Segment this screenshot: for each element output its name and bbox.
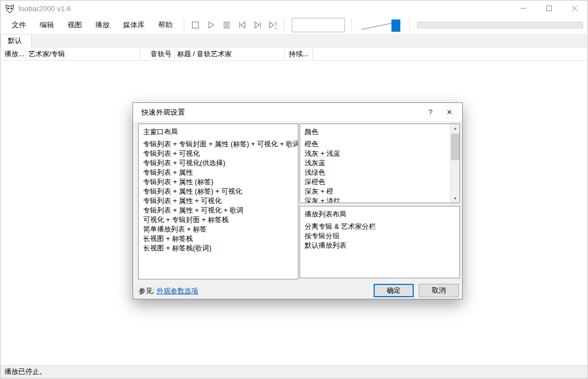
playlist-layout-item[interactable]: 分离专辑 & 艺术家分栏 xyxy=(305,222,459,232)
transport-controls: ? xyxy=(189,19,280,31)
colors-items: 橙色浅灰 + 浅蓝浅灰蓝浅绿色深橙色深灰 + 橙深灰 + 淡红 xyxy=(305,140,450,203)
scroll-up-icon[interactable]: ▲ xyxy=(450,124,460,132)
toolbar-gripper[interactable] xyxy=(184,19,187,31)
menu-item[interactable]: 播放 xyxy=(89,17,116,33)
help-icon[interactable]: ? xyxy=(421,103,440,121)
foobar2000-window: foobar2000 v1.6 文件编辑视图播放媒体库帮助 xyxy=(0,0,588,379)
main-layout-item[interactable]: 专辑列表 + 可视化(供选择) xyxy=(143,159,298,168)
see-also-row: 参见: 外观参数选项 xyxy=(139,287,198,296)
main-layout-item[interactable]: 长视图 + 标签栈 xyxy=(143,234,298,244)
menu-item[interactable]: 编辑 xyxy=(33,17,61,33)
column-divider[interactable] xyxy=(140,48,140,60)
column-duration[interactable]: 持续... xyxy=(282,47,308,61)
playlist-column-header: 播放... 艺术家/专辑 音轨号 标题 / 音轨艺术家 持续... xyxy=(1,47,587,61)
main-layout-header: 主窗口布局 xyxy=(143,127,298,137)
playlist-layout-listbox: 播放列表布局 分离专辑 & 艺术家分栏按专辑分组默认播放列表 xyxy=(300,206,460,278)
menu-item[interactable]: 媒体库 xyxy=(116,17,151,33)
previous-icon[interactable] xyxy=(236,19,248,31)
playlist-layout-item[interactable]: 按专辑分组 xyxy=(305,232,459,241)
menu-toolbar-row: 文件编辑视图播放媒体库帮助 ? xyxy=(1,16,587,34)
color-scheme-item[interactable]: 深灰 + 淡红 xyxy=(305,196,450,203)
main-layout-item[interactable]: 专辑列表 + 属性 + 可视化 xyxy=(143,196,298,206)
dialog-title-bar: 快速外观设置 ? ✕ xyxy=(133,103,462,121)
color-scheme-item[interactable]: 浅灰 + 浅蓝 xyxy=(305,149,450,159)
stop-icon[interactable] xyxy=(189,19,202,31)
see-also-label: 参见: xyxy=(139,287,154,295)
column-divider[interactable] xyxy=(312,48,313,60)
menu-item[interactable]: 文件 xyxy=(5,17,33,33)
cancel-button[interactable]: 取消 xyxy=(419,284,459,297)
playlist-layout-item[interactable]: 默认播放列表 xyxy=(305,241,459,250)
pause-icon[interactable] xyxy=(220,19,233,31)
toolbar-gripper[interactable] xyxy=(351,19,354,31)
foobar2000-logo-icon xyxy=(5,4,14,13)
menu-item[interactable]: 视图 xyxy=(61,17,89,33)
color-scheme-item[interactable]: 深橙色 xyxy=(305,178,450,187)
playlist-layout-items: 分离专辑 & 艺术家分栏按专辑分组默认播放列表 xyxy=(305,222,459,250)
main-layout-item[interactable]: 专辑列表 + 专辑封面 + 属性 (标签) + 可视化 + 歌词 xyxy=(143,140,298,149)
color-scheme-item[interactable]: 浅绿色 xyxy=(305,168,450,178)
window-title: foobar2000 v1.6 xyxy=(18,4,71,13)
play-icon[interactable] xyxy=(205,19,217,31)
close-icon[interactable] xyxy=(562,1,587,16)
menu-bar: 文件编辑视图播放媒体库帮助 xyxy=(5,17,179,33)
playlist-tab-bar: 默认 xyxy=(1,34,587,47)
column-track-number[interactable]: 音轨号 xyxy=(141,47,171,61)
appearance-preferences-link[interactable]: 外观参数选项 xyxy=(156,287,198,295)
column-title-artist[interactable]: 标题 / 音轨艺术家 xyxy=(177,47,283,61)
main-layout-item[interactable]: 长视图 + 标签栈(歌词) xyxy=(143,244,298,253)
column-divider[interactable] xyxy=(174,48,175,60)
scroll-down-icon[interactable]: ▼ xyxy=(450,194,460,203)
menu-item[interactable]: 帮助 xyxy=(151,17,179,33)
scrollbar-thumb[interactable] xyxy=(451,134,459,160)
status-text: 播放已停止。 xyxy=(4,367,46,377)
dialog-close-icon[interactable]: ✕ xyxy=(440,103,459,121)
colors-listbox: 颜色 橙色浅灰 + 浅蓝浅灰蓝浅绿色深橙色深灰 + 橙深灰 + 淡红 ▲ ▼ xyxy=(300,124,460,203)
toolbar-gripper[interactable] xyxy=(409,19,412,31)
column-playing[interactable]: 播放... xyxy=(4,47,24,61)
seek-bar[interactable] xyxy=(417,22,583,28)
color-scheme-item[interactable]: 深灰 + 橙 xyxy=(305,187,450,196)
column-divider[interactable] xyxy=(285,48,285,60)
main-layout-item[interactable]: 可视化 + 专辑封面 + 标签栈 xyxy=(143,215,298,225)
main-layout-items: 专辑列表 + 专辑封面 + 属性 (标签) + 可视化 + 歌词专辑列表 + 可… xyxy=(143,140,298,253)
main-layout-item[interactable]: 专辑列表 + 可视化 xyxy=(143,149,298,159)
color-scheme-item[interactable]: 浅灰蓝 xyxy=(305,159,450,168)
color-scheme-item[interactable]: 橙色 xyxy=(305,140,450,149)
colors-header: 颜色 xyxy=(305,127,450,137)
title-bar: foobar2000 v1.6 xyxy=(1,1,587,16)
column-artist-album[interactable]: 艺术家/专辑 xyxy=(28,47,137,61)
playlist-layout-header: 播放列表布局 xyxy=(305,210,459,219)
column-divider[interactable] xyxy=(25,48,26,60)
svg-text:?: ? xyxy=(274,22,277,28)
minimize-icon[interactable] xyxy=(511,1,536,16)
maximize-icon[interactable] xyxy=(536,1,562,16)
volume-slider[interactable] xyxy=(359,18,403,32)
tab-default[interactable]: 默认 xyxy=(1,34,32,47)
main-layout-item[interactable]: 专辑列表 + 属性 + 可视化 + 歌词 xyxy=(143,206,298,215)
search-input[interactable] xyxy=(292,18,345,32)
main-layout-item[interactable]: 简单播放列表 + 标签 xyxy=(143,225,298,234)
main-layout-listbox: 主窗口布局 专辑列表 + 专辑封面 + 属性 (标签) + 可视化 + 歌词专辑… xyxy=(138,124,298,279)
colors-scrollbar[interactable]: ▲ ▼ xyxy=(450,124,459,203)
main-layout-item[interactable]: 专辑列表 + 属性 (标签) xyxy=(143,178,298,187)
status-bar: 播放已停止。 xyxy=(1,365,587,378)
ok-button[interactable]: 确定 xyxy=(374,284,414,297)
dialog-title: 快速外观设置 xyxy=(141,107,185,117)
main-layout-item[interactable]: 专辑列表 + 属性 (标签) + 可视化 xyxy=(143,187,298,196)
volume-handle xyxy=(391,19,400,32)
toolbar-gripper[interactable] xyxy=(284,19,287,31)
main-layout-item[interactable]: 专辑列表 + 属性 xyxy=(143,168,298,178)
quick-appearance-setup-dialog: 快速外观设置 ? ✕ 主窗口布局 专辑列表 + 专辑封面 + 属性 (标签) +… xyxy=(133,102,463,299)
random-icon[interactable]: ? xyxy=(267,19,280,31)
next-icon[interactable] xyxy=(252,19,264,31)
